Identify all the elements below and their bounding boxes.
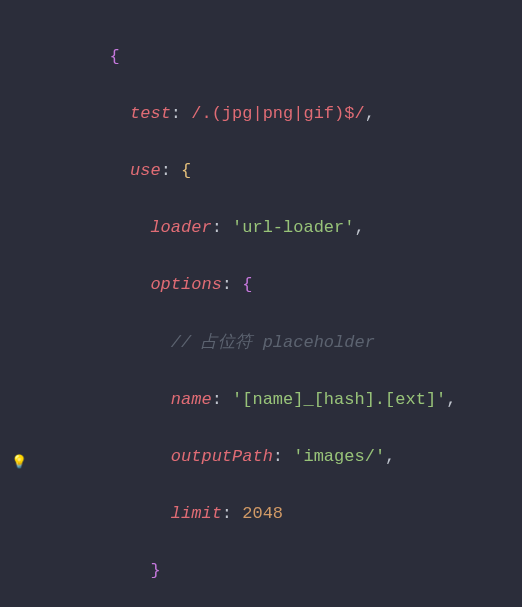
code-line: limit: 2048	[28, 500, 457, 529]
code-line: }	[28, 557, 457, 586]
code-line: name: '[name]_[hash].[ext]',	[28, 386, 457, 415]
code-line: outputPath: 'images/',	[28, 443, 457, 472]
lightbulb-icon[interactable]: 💡	[11, 454, 27, 470]
code-line: {	[28, 43, 457, 72]
code-line: test: /.(jpg|png|gif)$/,	[28, 100, 457, 129]
gutter: 💡	[0, 0, 28, 607]
code-line: // 占位符 placeholder	[28, 329, 457, 358]
code-area[interactable]: { test: /.(jpg|png|gif)$/, use: { loader…	[28, 0, 457, 607]
code-line: use: {	[28, 157, 457, 186]
code-line: options: {	[28, 271, 457, 300]
code-line: loader: 'url-loader',	[28, 214, 457, 243]
code-editor[interactable]: 💡 { test: /.(jpg|png|gif)$/, use: { load…	[0, 0, 522, 607]
